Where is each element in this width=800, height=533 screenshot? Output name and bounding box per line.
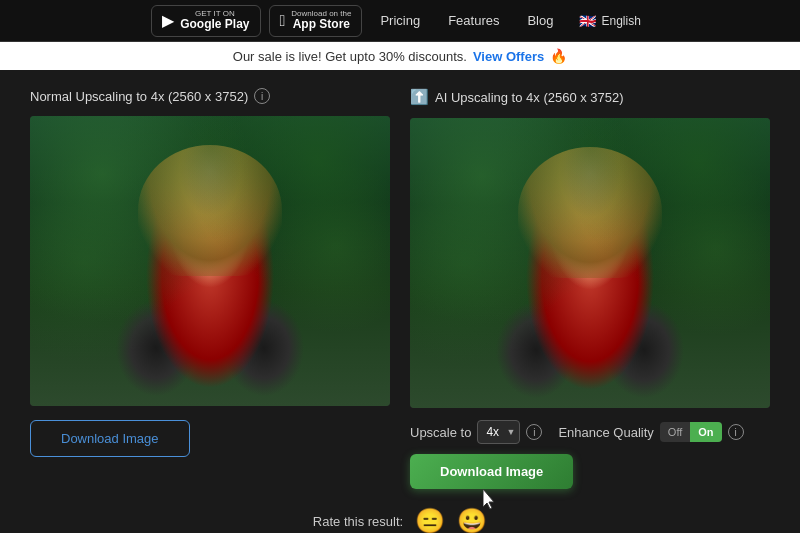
sale-banner: Our sale is live! Get upto 30% discounts… <box>0 42 800 70</box>
info-icon-left[interactable]: i <box>254 88 270 104</box>
enhance-toggle[interactable]: Off On <box>660 422 722 442</box>
cursor-icon <box>483 489 501 511</box>
app-store-button[interactable]:  Download on the App Store <box>269 5 363 37</box>
upscale-control: Upscale to 4x 2x 1x ▼ i <box>410 420 542 444</box>
ai-upscale-icon: ⬆️ <box>410 88 429 106</box>
upscale-select-wrapper: 4x 2x 1x ▼ <box>477 420 520 444</box>
language-label: English <box>601 14 640 28</box>
right-image <box>410 118 770 408</box>
sad-rating-button[interactable]: 😑 <box>415 507 445 533</box>
pricing-link[interactable]: Pricing <box>370 0 430 42</box>
google-play-bottom-label: Google Play <box>180 18 249 31</box>
google-play-icon: ▶ <box>162 11 174 30</box>
rating-section: Rate this result: 😑 😀 <box>30 507 770 533</box>
features-link[interactable]: Features <box>438 0 509 42</box>
right-panel-title-text: AI Upscaling to 4x (2560 x 3752) <box>435 90 624 105</box>
blog-link[interactable]: Blog <box>517 0 563 42</box>
flag-icon: 🇬🇧 <box>579 13 596 29</box>
comparison-layout: Normal Upscaling to 4x (2560 x 3752) i D… <box>30 88 770 489</box>
toggle-on-option[interactable]: On <box>690 422 721 442</box>
info-icon-upscale[interactable]: i <box>526 424 542 440</box>
app-store-bottom-label: App Store <box>291 18 351 31</box>
enhance-label: Enhance Quality <box>558 425 653 440</box>
right-image-container <box>410 118 770 408</box>
info-icon-enhance[interactable]: i <box>728 424 744 440</box>
right-download-button[interactable]: Download Image <box>410 454 573 489</box>
upscale-label: Upscale to <box>410 425 471 440</box>
toggle-off-option[interactable]: Off <box>660 422 690 442</box>
left-panel-title: Normal Upscaling to 4x (2560 x 3752) i <box>30 88 390 104</box>
navbar: ▶ GET IT ON Google Play  Download on th… <box>0 0 800 42</box>
fire-icon: 🔥 <box>550 48 567 64</box>
right-panel-title: ⬆️ AI Upscaling to 4x (2560 x 3752) <box>410 88 770 106</box>
left-download-section: Download Image <box>30 420 390 457</box>
enhance-control: Enhance Quality Off On i <box>558 422 743 442</box>
left-panel-title-text: Normal Upscaling to 4x (2560 x 3752) <box>30 89 248 104</box>
sale-text: Our sale is live! Get upto 30% discounts… <box>233 49 467 64</box>
right-download-wrapper: Download Image <box>410 454 573 489</box>
main-content: Normal Upscaling to 4x (2560 x 3752) i D… <box>0 70 800 533</box>
left-image <box>30 116 390 406</box>
google-play-button[interactable]: ▶ GET IT ON Google Play <box>151 5 260 37</box>
upscale-select[interactable]: 4x 2x 1x <box>477 420 520 444</box>
left-image-container <box>30 116 390 406</box>
rating-label: Rate this result: <box>313 514 403 529</box>
apple-icon:  <box>280 12 286 30</box>
controls-row: Upscale to 4x 2x 1x ▼ i Enhance Qua <box>410 420 770 444</box>
right-panel-footer: Upscale to 4x 2x 1x ▼ i Enhance Qua <box>410 420 770 489</box>
left-download-button[interactable]: Download Image <box>30 420 190 457</box>
right-panel: ⬆️ AI Upscaling to 4x (2560 x 3752) Upsc… <box>410 88 770 489</box>
view-offers-link[interactable]: View Offers <box>473 49 544 64</box>
left-panel: Normal Upscaling to 4x (2560 x 3752) i D… <box>30 88 390 489</box>
language-selector[interactable]: 🇬🇧 English <box>571 13 648 29</box>
